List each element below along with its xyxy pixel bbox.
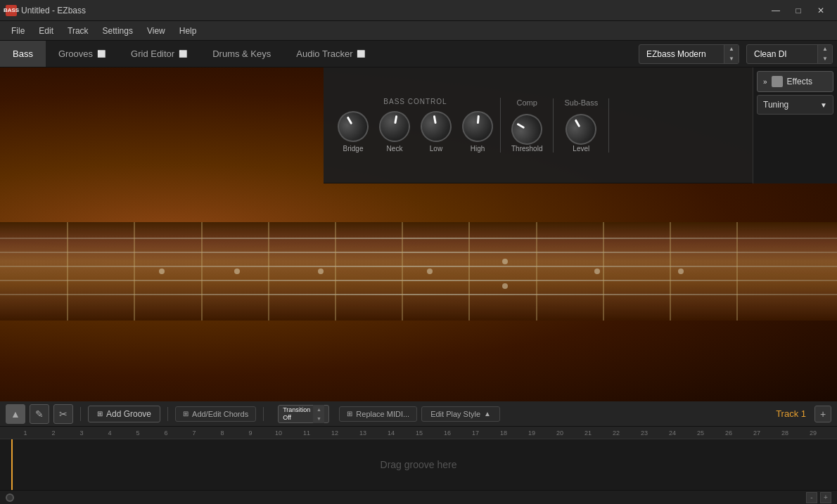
- ruler-mark-14: 14: [377, 429, 405, 437]
- transition-arrows[interactable]: ▲ ▼: [313, 405, 324, 423]
- fret-1: [67, 222, 68, 321]
- edit-play-style-icon: ▲: [484, 410, 491, 418]
- low-knob[interactable]: [419, 109, 454, 145]
- minimize-button[interactable]: —: [765, 4, 786, 18]
- menu-file[interactable]: File: [6, 25, 30, 37]
- zoom-out-button[interactable]: -: [806, 492, 817, 503]
- comp-threshold-label: Threshold: [511, 145, 542, 153]
- transition-label: Transition: [283, 406, 310, 414]
- fret-4: [268, 222, 269, 321]
- add-track-icon: +: [820, 408, 826, 420]
- transition-down-arrow[interactable]: ▼: [313, 414, 324, 423]
- window-title: Untitled - EZbass: [21, 6, 86, 15]
- maximize-button[interactable]: □: [788, 4, 809, 18]
- tuning-label: Tuning: [763, 100, 788, 110]
- tab-grid-editor[interactable]: Grid Editor ⬜: [118, 41, 200, 67]
- add-edit-chords-button[interactable]: ⊞ Add/Edit Chords: [175, 406, 256, 422]
- bridge-knob-container: Bridge: [338, 111, 369, 153]
- transition-selector[interactable]: Transition Off ▲ ▼: [278, 405, 329, 423]
- preset-up-arrow[interactable]: ▲: [724, 44, 739, 54]
- fret-6: [402, 222, 403, 321]
- tab-audio-tracker[interactable]: Audio Tracker ⬜: [283, 41, 378, 67]
- tab-drums-keys[interactable]: Drums & Keys: [200, 41, 283, 67]
- toolbar-separator-1: [80, 407, 81, 421]
- comp-section: Comp Threshold: [501, 98, 554, 153]
- menu-settings[interactable]: Settings: [97, 25, 139, 37]
- preset-arrows[interactable]: ▲ ▼: [724, 44, 739, 64]
- menu-view[interactable]: View: [141, 25, 171, 37]
- inlay-12a: [502, 259, 508, 264]
- replace-midi-button[interactable]: ⊞ Replace MIDI...: [339, 406, 417, 422]
- bridge-label: Bridge: [343, 145, 364, 153]
- titlebar: BASS Untitled - EZbass — □ ✕: [0, 0, 837, 21]
- ruler-mark-19: 19: [518, 429, 546, 437]
- di-arrows[interactable]: ▲ ▼: [817, 44, 832, 64]
- ruler-mark-1: 1: [11, 429, 39, 437]
- ruler-mark-28: 28: [771, 429, 799, 437]
- position-indicator[interactable]: [6, 493, 14, 502]
- sub-bass-title: Sub-Bass: [564, 98, 598, 107]
- clean-di-selector[interactable]: Clean DI ▲ ▼: [746, 44, 833, 64]
- fret-10: [670, 222, 671, 321]
- preset-down-arrow[interactable]: ▼: [724, 54, 739, 64]
- edit-play-style-button[interactable]: Edit Play Style ▲: [421, 406, 500, 422]
- effects-label: Effects: [787, 77, 812, 86]
- high-knob[interactable]: [461, 110, 494, 143]
- ruler-mark-12: 12: [321, 429, 349, 437]
- close-button[interactable]: ✕: [810, 4, 831, 18]
- add-edit-chords-label: Add/Edit Chords: [192, 410, 248, 418]
- bass-control-label: Bass Control: [383, 98, 447, 105]
- toolbar-separator-2: [167, 407, 168, 421]
- fret-7: [468, 222, 470, 321]
- track-area[interactable]: Drag groove here: [0, 439, 837, 490]
- instrument-view: Bass Control Bridge Neck Low High: [0, 67, 837, 401]
- bridge-knob[interactable]: [332, 105, 374, 148]
- neck-knob[interactable]: [377, 109, 413, 145]
- ruler-mark-7: 7: [180, 429, 208, 437]
- add-groove-icon: ⊞: [97, 410, 103, 418]
- effects-button[interactable]: » Effects: [757, 71, 833, 92]
- pencil-tool-button[interactable]: ✎: [30, 404, 49, 424]
- titlebar-left: BASS Untitled - EZbass: [6, 5, 86, 16]
- chords-icon: ⊞: [183, 410, 189, 418]
- preset-selector[interactable]: EZbass Modern ▲ ▼: [639, 44, 739, 64]
- tuning-button[interactable]: Tuning ▼: [757, 95, 833, 115]
- ruler-mark-15: 15: [405, 429, 433, 437]
- tab-grid-editor-label: Grid Editor: [131, 49, 174, 59]
- menu-help[interactable]: Help: [174, 25, 203, 37]
- transition-up-arrow[interactable]: ▲: [313, 405, 324, 414]
- string-1: [0, 238, 837, 239]
- scissors-tool-button[interactable]: ✂: [53, 404, 73, 424]
- inlay-9: [427, 269, 433, 274]
- menu-edit[interactable]: Edit: [33, 25, 59, 37]
- add-groove-button[interactable]: ⊞ Add Groove: [88, 406, 160, 422]
- zoom-in-button[interactable]: +: [820, 492, 831, 503]
- inlay-15: [594, 269, 600, 274]
- tab-bass[interactable]: Bass: [0, 41, 46, 67]
- scissors-icon: ✂: [59, 408, 68, 420]
- di-up-arrow[interactable]: ▲: [818, 44, 832, 54]
- inlay-17: [678, 269, 684, 274]
- controls-panel: Bass Control Bridge Neck Low High: [324, 67, 837, 183]
- tabbar: Bass Grooves ⬜ Grid Editor ⬜ Drums & Key…: [0, 41, 837, 67]
- track-name: Track 1: [776, 408, 806, 419]
- effects-panel: » Effects Tuning ▼: [753, 67, 837, 183]
- ruler-mark-10: 10: [264, 429, 293, 437]
- add-track-button[interactable]: +: [814, 406, 831, 422]
- ruler-mark-20: 20: [546, 429, 574, 437]
- inlay-3: [159, 269, 165, 274]
- di-down-arrow[interactable]: ▼: [818, 54, 832, 64]
- tab-grooves[interactable]: Grooves ⬜: [46, 41, 118, 67]
- ruler-mark-27: 27: [743, 429, 771, 437]
- sub-bass-level-knob[interactable]: [560, 108, 602, 150]
- menu-track[interactable]: Track: [62, 25, 94, 37]
- ruler-mark-5: 5: [124, 429, 152, 437]
- bass-knobs-row: Bridge Neck Low High: [338, 111, 493, 153]
- select-tool-button[interactable]: ▲: [6, 404, 25, 424]
- bass-control-section: Bass Control Bridge Neck Low High: [331, 98, 501, 153]
- ruler-mark-2: 2: [39, 429, 68, 437]
- timeline-ruler: 1 2 3 4 5 6 7 8 9 10 11 12 13 14 15 16 1…: [0, 427, 837, 439]
- tab-grooves-label: Grooves: [58, 49, 93, 59]
- pencil-icon: ✎: [35, 408, 44, 420]
- tuning-chevron-icon: ▼: [820, 101, 827, 109]
